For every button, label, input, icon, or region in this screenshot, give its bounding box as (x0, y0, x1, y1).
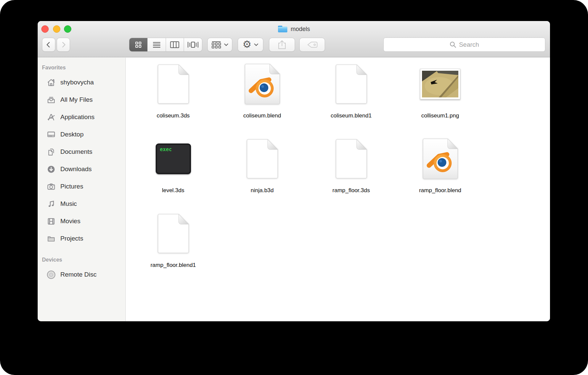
sidebar-item-music[interactable]: Music (38, 195, 125, 213)
file-name: level.3ds (162, 187, 184, 194)
file-name: ninja.b3d (251, 187, 274, 194)
sidebar: FavoritesshybovychaAll My FilesApplicati… (38, 58, 126, 321)
file-name: coliseum.blend1 (331, 112, 372, 119)
sidebar-item-label: Movies (60, 218, 80, 225)
search-placeholder: Search (459, 41, 479, 48)
documents-icon (46, 147, 56, 157)
window-title: models (291, 26, 310, 33)
sidebar-item-pictures[interactable]: Pictures (38, 178, 125, 195)
sidebar-item-documents[interactable]: Documents (38, 143, 125, 160)
sidebar-section-devices: DevicesRemote Disc (38, 254, 125, 283)
grid-view-icon (135, 41, 142, 48)
music-icon (46, 199, 56, 209)
image-thumbnail-icon (420, 69, 460, 99)
pictures-icon (46, 181, 56, 192)
applications-icon (46, 112, 56, 122)
file-browser-area: coliseum.3ds coliseum.blend (126, 58, 550, 321)
file-name: ramp_floor.3ds (332, 187, 370, 194)
sidebar-item-label: Music (60, 200, 77, 208)
file-name: coliseum.3ds (157, 112, 190, 119)
folder-icon (46, 234, 56, 244)
file-grid: coliseum.3ds coliseum.blend (129, 64, 485, 288)
file-item-colliseum1-png[interactable]: colliseum1.png (396, 64, 485, 138)
file-item-coliseum-blend1[interactable]: coliseum.blend1 (307, 64, 396, 138)
folder-icon (278, 25, 288, 33)
disc-icon (46, 270, 56, 280)
sidebar-item-downloads[interactable]: Downloads (38, 160, 125, 178)
image-thumbnail-icon (420, 64, 460, 104)
blank-document-icon (247, 138, 278, 179)
blank-document-icon (336, 64, 367, 104)
terminal-icon: exec (156, 138, 191, 179)
sidebar-item-label: Projects (60, 235, 83, 242)
sidebar-section-title: Favorites (38, 62, 125, 74)
icon-view-button[interactable] (129, 38, 147, 51)
sidebar-section-favorites: FavoritesshybovychaAll My FilesApplicati… (38, 62, 125, 247)
chevron-right-icon (59, 41, 67, 49)
sidebar-item-label: Desktop (60, 131, 84, 138)
blender-document-icon (245, 64, 280, 104)
search-input[interactable]: Search (383, 37, 545, 52)
file-item-ninja-b3d[interactable]: ninja.b3d (218, 138, 307, 213)
share-icon (278, 40, 286, 50)
movies-icon (46, 216, 56, 226)
sidebar-item-label: Pictures (60, 183, 83, 190)
sidebar-item-label: Documents (60, 148, 92, 155)
sidebar-item-label: All My Files (60, 96, 93, 103)
all-my-files-icon (46, 95, 56, 105)
tag-icon (307, 41, 318, 48)
column-view-button[interactable] (166, 38, 184, 51)
desktop-background: models (0, 0, 588, 375)
sidebar-item-applications[interactable]: Applications (38, 108, 125, 126)
chevron-down-icon (254, 43, 258, 46)
sidebar-item-all-my-files[interactable]: All My Files (38, 91, 125, 108)
file-name: ramp_floor.blend1 (150, 262, 196, 269)
window-title-area: models (38, 25, 550, 33)
sidebar-item-shybovycha[interactable]: shybovycha (38, 74, 125, 91)
sidebar-item-label: Applications (60, 113, 94, 121)
arrange-button[interactable] (207, 38, 232, 52)
blender-document-icon (423, 138, 458, 179)
file-name: colliseum1.png (421, 112, 459, 119)
coverflow-view-button[interactable] (184, 38, 202, 51)
home-icon (46, 77, 56, 87)
chevron-down-icon (224, 43, 228, 46)
file-item-ramp-floor-blend[interactable]: ramp_floor.blend (396, 138, 485, 213)
sidebar-item-label: shybovycha (60, 79, 94, 86)
arrange-icon (212, 41, 221, 48)
sidebar-item-label: Downloads (60, 165, 92, 173)
blank-document-icon (158, 213, 189, 254)
column-view-icon (170, 41, 179, 48)
list-view-icon (152, 41, 161, 48)
back-button[interactable] (42, 38, 55, 52)
file-item-coliseum-blend[interactable]: coliseum.blend (218, 64, 307, 138)
downloads-icon (46, 164, 56, 174)
file-name: coliseum.blend (243, 112, 281, 119)
chevron-left-icon (45, 41, 53, 49)
file-name: ramp_floor.blend (419, 187, 461, 194)
forward-button[interactable] (57, 38, 70, 52)
file-item-ramp-floor-3ds[interactable]: ramp_floor.3ds (307, 138, 396, 213)
blank-document-icon (158, 64, 189, 104)
blank-document-icon (336, 138, 367, 179)
view-mode-switcher (129, 38, 202, 52)
file-item-level-3ds[interactable]: execlevel.3ds (129, 138, 218, 213)
action-button[interactable]: ⚙ (238, 38, 263, 52)
search-icon (450, 41, 456, 48)
list-view-button[interactable] (147, 38, 166, 51)
sidebar-section-title: Devices (38, 254, 125, 266)
sidebar-item-projects[interactable]: Projects (38, 230, 125, 247)
sidebar-item-label: Remote Disc (60, 271, 97, 278)
title-bar: models (38, 21, 550, 57)
sidebar-item-movies[interactable]: Movies (38, 213, 125, 230)
sidebar-item-remote-disc[interactable]: Remote Disc (38, 266, 125, 283)
sidebar-item-desktop[interactable]: Desktop (38, 126, 125, 143)
desktop-icon (46, 129, 56, 139)
file-item-ramp-floor-blend1[interactable]: ramp_floor.blend1 (129, 213, 218, 288)
tag-button[interactable] (299, 38, 325, 52)
share-button[interactable] (269, 38, 295, 52)
file-item-coliseum-3ds[interactable]: coliseum.3ds (129, 64, 218, 138)
finder-window: models (38, 21, 550, 321)
gear-icon: ⚙ (243, 39, 252, 49)
terminal-exec-text: exec (160, 146, 172, 152)
